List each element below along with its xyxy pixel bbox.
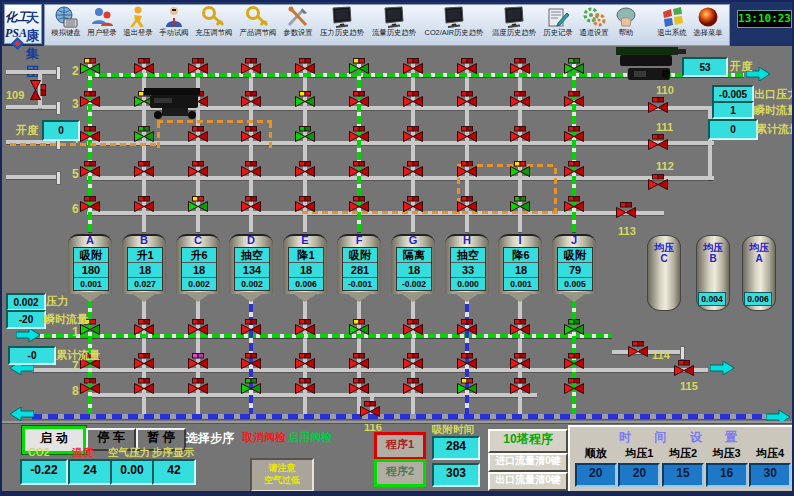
valve-row4-t6[interactable] xyxy=(349,126,369,142)
valve-row8-t1[interactable] xyxy=(80,378,100,394)
valve-row5-t6[interactable] xyxy=(349,161,369,177)
valve-row3-t6[interactable] xyxy=(349,91,369,107)
outlet-flow-reset-button[interactable]: 出口流量清0键 xyxy=(488,472,568,491)
valve-row3-t7[interactable] xyxy=(403,91,423,107)
valve-row5-t5[interactable] xyxy=(295,161,315,177)
valve-row3-t9[interactable] xyxy=(510,91,530,107)
valve-110[interactable] xyxy=(648,97,668,113)
valve-row4-t1[interactable] xyxy=(80,126,100,142)
valve-row1-t4[interactable] xyxy=(241,319,261,335)
valve-row8-t7[interactable] xyxy=(403,378,423,394)
valve-row2-t7[interactable] xyxy=(403,58,423,74)
valve-row7-t5[interactable] xyxy=(295,353,315,369)
valve-row6-t8[interactable] xyxy=(457,196,477,212)
valve-row4-t4[interactable] xyxy=(241,126,261,142)
toolbar-item-1[interactable]: 模拟键盘 xyxy=(48,5,84,45)
valve-row5-t8[interactable] xyxy=(457,161,477,177)
toolbar-item-12[interactable]: 历史记录 xyxy=(540,5,576,45)
valve-row5-t9[interactable] xyxy=(510,161,530,177)
toolbar-item-10[interactable]: CO2/AIR历史趋势 xyxy=(420,5,488,45)
enable-valve-check-button[interactable]: 启用阀检 xyxy=(288,430,336,446)
valve-row3-t8[interactable] xyxy=(457,91,477,107)
valve-row7-t9[interactable] xyxy=(510,353,530,369)
valve-row6-t10[interactable] xyxy=(564,196,584,212)
valve-row1-t10[interactable] xyxy=(564,319,584,335)
valve-row7-t10[interactable] xyxy=(564,353,584,369)
time-setting-value-4[interactable]: 16 xyxy=(706,463,748,487)
valve-row1-t8[interactable] xyxy=(457,319,477,335)
valve-row6-t6[interactable] xyxy=(349,196,369,212)
valve-row1-t5[interactable] xyxy=(295,319,315,335)
toolbar-item-6[interactable]: 产品调节阀 xyxy=(236,5,280,45)
valve-115[interactable] xyxy=(674,360,694,376)
toolbar-item-14[interactable]: 帮助 xyxy=(612,5,640,45)
time-setting-value-1[interactable]: 20 xyxy=(575,463,617,487)
valve-row2-t8[interactable] xyxy=(457,58,477,74)
valve-row1-t6[interactable] xyxy=(349,319,369,335)
valve-row2-t6[interactable] xyxy=(349,58,369,74)
valve-row7-t3[interactable] xyxy=(188,353,208,369)
toolbar-item-15[interactable]: 退出系统 xyxy=(654,5,690,45)
valve-row2-t4[interactable] xyxy=(241,58,261,74)
valve-row5-t4[interactable] xyxy=(241,161,261,177)
valve-row5-t7[interactable] xyxy=(403,161,423,177)
valve-row6-t7[interactable] xyxy=(403,196,423,212)
valve-row6-t9[interactable] xyxy=(510,196,530,212)
time-setting-value-2[interactable]: 20 xyxy=(618,463,660,487)
valve-111[interactable] xyxy=(648,134,668,150)
valve-row5-t2[interactable] xyxy=(134,161,154,177)
valve-row3-t10[interactable] xyxy=(564,91,584,107)
valve-row3-t4[interactable] xyxy=(241,91,261,107)
valve-row8-t6[interactable] xyxy=(349,378,369,394)
toolbar-item-11[interactable]: 温度历史趋势 xyxy=(488,5,540,45)
toolbar-item-5[interactable]: 充压调节阀 xyxy=(192,5,236,45)
valve-row4-t2[interactable] xyxy=(134,126,154,142)
valve-113[interactable] xyxy=(616,202,636,218)
time-setting-value-5[interactable]: 30 xyxy=(749,463,791,487)
time-setting-value-3[interactable]: 15 xyxy=(662,463,704,487)
valve-row7-t4[interactable] xyxy=(241,353,261,369)
valve-row6-t5[interactable] xyxy=(295,196,315,212)
valve-row4-t5[interactable] xyxy=(295,126,315,142)
valve-row3-t1[interactable] xyxy=(80,91,100,107)
inlet-flow-reset-button[interactable]: 进口流量清0键 xyxy=(488,453,568,472)
valve-row1-t3[interactable] xyxy=(188,319,208,335)
valve-row4-t10[interactable] xyxy=(564,126,584,142)
valve-row4-t8[interactable] xyxy=(457,126,477,142)
toolbar-item-3[interactable]: 退出登录 xyxy=(120,5,156,45)
valve-row4-t7[interactable] xyxy=(403,126,423,142)
valve-row7-t7[interactable] xyxy=(403,353,423,369)
valve-row6-t1[interactable] xyxy=(80,196,100,212)
toolbar-item-9[interactable]: 流量历史趋势 xyxy=(368,5,420,45)
toolbar-item-16[interactable]: 选择菜单 xyxy=(690,5,726,45)
toolbar-item-8[interactable]: 压力历史趋势 xyxy=(316,5,368,45)
valve-row4-t9[interactable] xyxy=(510,126,530,142)
valve-row2-t3[interactable] xyxy=(188,58,208,74)
valve-row1-t9[interactable] xyxy=(510,319,530,335)
valve-116[interactable] xyxy=(360,401,380,417)
program-title-button[interactable]: 10塔程序 xyxy=(488,429,568,453)
toolbar-item-2[interactable]: 用户登录 xyxy=(84,5,120,45)
valve-row6-t4[interactable] xyxy=(241,196,261,212)
valve-row1-t7[interactable] xyxy=(403,319,423,335)
valve-row7-t2[interactable] xyxy=(134,353,154,369)
valve-row5-t1[interactable] xyxy=(80,161,100,177)
select-step-button[interactable]: 选择步序 xyxy=(186,430,238,446)
valve-row7-t8[interactable] xyxy=(457,353,477,369)
valve-row3-t5[interactable] xyxy=(295,91,315,107)
valve-row8-t3[interactable] xyxy=(188,378,208,394)
valve-row8-t9[interactable] xyxy=(510,378,530,394)
valve-112[interactable] xyxy=(648,174,668,190)
valve-row2-t9[interactable] xyxy=(510,58,530,74)
program2-button[interactable]: 程序2 xyxy=(374,459,426,487)
valve-row2-t10[interactable] xyxy=(564,58,584,74)
toolbar-item-7[interactable]: 参数设置 xyxy=(280,5,316,45)
cancel-valve-check-button[interactable]: 取消阀检 xyxy=(242,430,290,446)
valve-row8-t10[interactable] xyxy=(564,378,584,394)
valve-row8-t2[interactable] xyxy=(134,378,154,394)
valve-row8-t4[interactable] xyxy=(241,378,261,394)
valve-row8-t8[interactable] xyxy=(457,378,477,394)
valve-114[interactable] xyxy=(628,341,648,357)
valve-row2-t2[interactable] xyxy=(134,58,154,74)
toolbar-item-4[interactable]: 手动试阀 xyxy=(156,5,192,45)
